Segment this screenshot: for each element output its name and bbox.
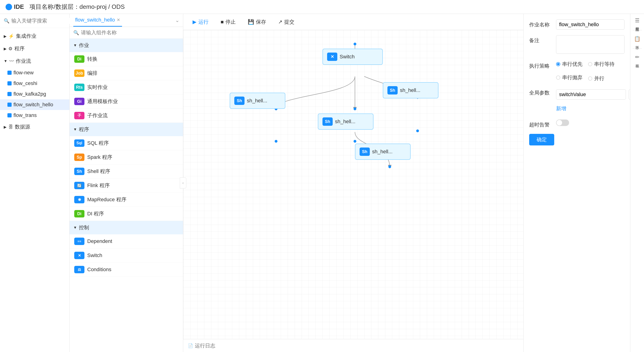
item-label-di: 转换 [87,56,98,62]
global-params-row: 全局参数 删除 新增 [529,88,624,114]
panel-item-job[interactable]: Job 编排 [70,66,183,80]
stop-button[interactable]: ■ 停止 [217,17,240,27]
panel-item-switch[interactable]: ✕ Switch [70,248,183,263]
item-label-dep: Dependent [87,238,112,244]
node-sh2[interactable]: Sh sh_hell... [318,114,374,130]
node-sh3[interactable]: Sh sh_hell... [383,82,438,98]
section-header-job[interactable]: ▼ 作业 [70,39,183,52]
strategy-parallel-label: 并行 [594,75,604,82]
sh4-node-label: sh_hell... [372,149,392,155]
section-arrow-ctrl: ▼ [73,226,77,230]
panel-item-conditions[interactable]: ⚖ Conditions [70,263,183,277]
flow-icon-4 [8,103,12,107]
submit-button[interactable]: ↗ 提交 [274,17,298,27]
panel-item-di-prog[interactable]: Di DI 程序 [70,207,183,221]
sidebar-item-collection[interactable]: ▶ ⚡ 集成作业 [0,30,69,42]
app-panel: ☰ 应用配置 📋 版本 ✏ 草稿 [630,14,644,352]
panel-item-gi[interactable]: Gi 通用模板作业 [70,94,183,109]
switch-node-icon: ✕ [327,53,337,61]
timeout-toggle-switch[interactable] [556,120,569,126]
app-panel-version[interactable]: 📋 版本 [634,36,640,43]
connections-svg [183,30,523,339]
panel-item-sql[interactable]: Sql SQL 程序 [70,136,183,150]
datasource-icon: 🗄 [8,124,13,130]
panel-item-sub[interactable]: 子 子作业流 [70,109,183,123]
divider-1 [633,30,642,30]
param-key-0[interactable] [556,89,626,100]
chevron-right-icon3: ▶ [4,125,6,129]
sidebar-item-flow-ceshi[interactable]: flow_ceshi [0,78,69,89]
job-name-row: 作业名称 [529,19,624,30]
submit-label: 提交 [284,18,294,25]
add-param-button[interactable]: 新增 [556,103,630,114]
component-search-input[interactable] [81,30,179,36]
strategy-serial-wait[interactable]: 串行等待 [588,61,614,68]
panel-collapse-handle[interactable]: ‹ [180,177,186,188]
note-textarea[interactable] [556,35,624,54]
flow-icon-2 [8,81,12,85]
node-sh4[interactable]: Sh sh_hell... [355,144,410,160]
sidebar-search-bar: 🔍 ⚙ [0,14,69,28]
panel-item-shell[interactable]: Sh Shell 程序 [70,165,183,178]
collapse-button[interactable]: ⌄ [175,17,179,23]
section-header-prog[interactable]: ▼ 程序 [70,123,183,136]
sidebar-item-workflow[interactable]: ▼ 〰 作业流 [0,55,69,67]
sidebar-item-datasource[interactable]: ▶ 🗄 数据源 [0,121,69,133]
canvas-grid[interactable]: ✕ Switch Sh sh_hell... Sh sh_hell... Sh … [183,30,523,339]
panel-item-flink[interactable]: 🔄 Flink 程序 [70,178,183,193]
flow-icon-3 [8,92,12,96]
run-button[interactable]: ▶ 运行 [189,17,212,27]
strategy-label: 执行策略 [529,61,552,69]
note-row: 备注 [529,35,624,55]
close-tab-button[interactable]: ✕ [117,17,120,22]
app-panel-draft[interactable]: ✏ 草稿 [635,54,640,61]
panel-item-dependent[interactable]: ≡≡ Dependent [70,234,183,248]
canvas-toolbar: ▶ 运行 ■ 停止 💾 保存 ↗ 提交 [183,14,523,30]
panel-item-mapreduce[interactable]: ❋ MapReduce 程序 [70,193,183,207]
sidebar-item-program[interactable]: ▶ ⚙ 程序 [0,42,69,55]
search-icon: 🔍 [4,18,10,24]
strategy-serial-discard[interactable]: 串行抛弃 [556,74,582,81]
panel-item-spark[interactable]: Sp Spark 程序 [70,150,183,165]
job-name-value [556,19,624,30]
workflow-icon: 〰 [9,59,14,64]
node-switch[interactable]: ✕ Switch [322,49,383,65]
sidebar-item-flow-trans[interactable]: flow_trans [0,110,69,121]
sidebar-item-flow-switch[interactable]: flow_switch_hello [0,99,69,110]
app-panel-config[interactable]: ☰ 应用配置 [635,17,640,24]
component-search-bar: 🔍 [70,27,183,39]
confirm-button[interactable]: 确定 [529,134,554,146]
panel-item-di[interactable]: Di 转换 [70,52,183,66]
node-sh1[interactable]: Sh sh_hell... [230,93,285,109]
collection-label: 集成作业 [16,33,36,40]
item-label-shell: Shell 程序 [87,168,110,175]
note-label: 备注 [529,35,552,44]
save-button[interactable]: 💾 保存 [244,17,270,27]
sh1-node-label: sh_hell... [247,98,267,104]
panel-tab-flow-switch[interactable]: flow_switch_hello ✕ [73,14,122,27]
svg-point-5 [388,165,391,168]
canvas-body[interactable]: ✕ Switch Sh sh_hell... Sh sh_hell... Sh … [183,30,523,339]
search-icon-panel: 🔍 [73,30,79,35]
ide-title: IDE [6,3,24,10]
sidebar-item-flow-new[interactable]: flow-new [0,67,69,78]
section-header-ctrl[interactable]: ▼ 控制 [70,221,183,234]
log-bar[interactable]: 📄 运行日志 [183,339,523,352]
radio-serial-discard[interactable] [556,75,560,80]
left-sidebar: 🔍 ⚙ ▶ ⚡ 集成作业 ▶ ⚙ 程序 ▼ 〰 作业流 [0,14,70,352]
radio-serial-priority[interactable] [556,62,560,66]
run-label: 运行 [198,18,208,25]
strategy-serial-priority[interactable]: 串行优先 [556,61,582,68]
radio-parallel[interactable] [588,76,592,81]
ide-label: IDE [14,3,24,10]
sidebar-search-input[interactable] [11,18,75,24]
panel-item-rts[interactable]: Rts 实时作业 [70,80,183,94]
job-name-input[interactable] [556,19,624,30]
sidebar-tree: ▶ ⚡ 集成作业 ▶ ⚙ 程序 ▼ 〰 作业流 flow-new [0,28,69,352]
global-params-label: 全局参数 [529,88,552,96]
strategy-serial-priority-label: 串行优先 [562,61,582,68]
radio-serial-wait[interactable] [588,62,592,66]
strategy-parallel[interactable]: 并行 [588,75,604,82]
sidebar-item-flow-kafka[interactable]: flow_kafka2pg [0,89,69,99]
badge-dep: ≡≡ [74,238,84,245]
